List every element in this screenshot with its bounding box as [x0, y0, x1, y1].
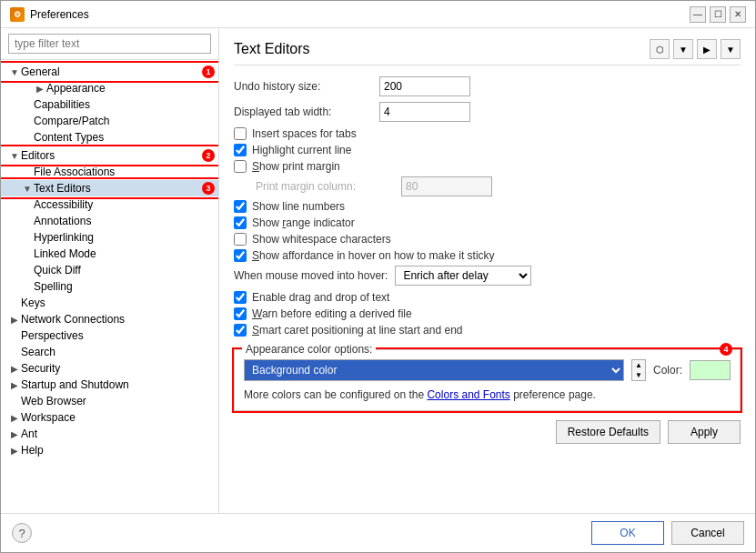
tree-label-capabilities: Capabilities [34, 98, 215, 111]
tree-item-annotations[interactable]: Annotations [1, 213, 218, 229]
tree-item-capabilities[interactable]: Capabilities [1, 96, 218, 113]
tree-item-file-associations[interactable]: File Associations [1, 164, 218, 180]
tree-label-general: General [21, 65, 198, 78]
warn-derived-label: Warn before editing a derived file [252, 307, 412, 320]
tree-item-search[interactable]: Search [1, 344, 218, 360]
tree-label-hyperlinking: Hyperlinking [34, 231, 215, 244]
spin-up-button[interactable]: ▲ [632, 360, 645, 370]
tree-item-text-editors[interactable]: ▼ Text Editors 3 [1, 180, 218, 196]
show-whitespace-label: Show whitespace characters [252, 233, 391, 246]
appearance-select-row: Background color Foreground color Select… [244, 359, 731, 381]
spin-down-button[interactable]: ▼ [632, 370, 645, 380]
tree-item-security[interactable]: ▶ Security [1, 360, 218, 377]
panel-header: Text Editors ⬡ ▼ ▶ ▼ [234, 39, 741, 65]
more-colors-suffix: preference page. [510, 388, 596, 401]
minimize-button[interactable]: — [690, 6, 706, 23]
tree-item-content-types[interactable]: Content Types [1, 129, 218, 146]
left-panel: ▼ General 1 ▶ Appearance Capabilities Co… [1, 28, 219, 513]
tree-item-compare-patch[interactable]: Compare/Patch [1, 113, 218, 129]
tree-item-linked-mode[interactable]: Linked Mode [1, 246, 218, 262]
tree-label-content-types: Content Types [34, 131, 215, 144]
show-whitespace-checkbox[interactable] [234, 233, 247, 246]
tree-item-network-connections[interactable]: ▶ Network Connections [1, 311, 218, 327]
insert-spaces-checkbox[interactable] [234, 127, 247, 140]
tree-item-hyperlinking[interactable]: Hyperlinking [1, 229, 218, 246]
tree-item-startup-shutdown[interactable]: ▶ Startup and Shutdown [1, 377, 218, 393]
hover-select[interactable]: Enrich after delay Enrich immediately Ne… [395, 266, 531, 286]
print-margin-column-label: Print margin column: [256, 180, 401, 193]
show-print-margin-checkbox[interactable] [234, 160, 247, 173]
tree-item-ant[interactable]: ▶ Ant [1, 426, 218, 442]
expand-icon: ▶ [8, 429, 21, 439]
expand-icon: ▼ [8, 151, 21, 161]
ok-button[interactable]: OK [591, 521, 664, 545]
nav-forward-button[interactable]: ▶ [697, 39, 717, 59]
tree-label-file-associations: File Associations [34, 166, 215, 178]
enable-drag-drop-label: Enable drag and drop of text [252, 291, 389, 304]
restore-defaults-button[interactable]: Restore Defaults [556, 420, 660, 444]
tree-label-search: Search [21, 346, 215, 358]
help-button[interactable]: ? [12, 523, 32, 543]
undo-input[interactable] [379, 76, 470, 96]
tree-item-editors[interactable]: ▼ Editors 2 [1, 147, 218, 164]
tree-item-accessibility[interactable]: Accessibility [1, 196, 218, 213]
bottom-right: OK Cancel [591, 521, 744, 545]
title-bar-left: ⚙ Preferences [10, 7, 89, 22]
colors-and-fonts-link[interactable]: Colors and Fonts [427, 388, 509, 401]
tree-item-quick-diff[interactable]: Quick Diff [1, 262, 218, 278]
expand-icon: ▼ [21, 184, 34, 194]
nav-back-button[interactable]: ⬡ [650, 39, 670, 59]
smart-caret-row: Smart caret positioning at line start an… [234, 324, 741, 337]
hover-label: When mouse moved into hover: [234, 269, 388, 282]
more-colors-text: More colors can be configured on the Col… [244, 388, 731, 401]
tree-item-web-browser[interactable]: Web Browser [1, 393, 218, 409]
warn-derived-checkbox[interactable] [234, 307, 247, 320]
highlight-line-checkbox[interactable] [234, 144, 247, 156]
tree-item-general[interactable]: ▼ General 1 [1, 64, 218, 80]
tree-label-perspectives: Perspectives [21, 329, 215, 342]
show-affordance-checkbox[interactable] [234, 249, 247, 262]
panel-title: Text Editors [234, 41, 310, 57]
close-button[interactable]: ✕ [730, 6, 746, 23]
badge-1: 1 [202, 65, 215, 78]
enable-drag-drop-checkbox[interactable] [234, 291, 247, 304]
tree-label-appearance: Appearance [46, 82, 215, 95]
tree-item-spelling[interactable]: Spelling [1, 278, 218, 295]
show-affordance-label: Show affordance in hover on how to make … [252, 249, 495, 262]
apply-button[interactable]: Apply [668, 420, 741, 444]
search-input[interactable] [8, 34, 211, 54]
app-icon: ⚙ [10, 7, 25, 22]
tree-label-workspace: Workspace [21, 411, 215, 424]
warn-derived-row: Warn before editing a derived file [234, 307, 741, 320]
tree-item-workspace[interactable]: ▶ Workspace [1, 409, 218, 426]
show-line-numbers-row: Show line numbers [234, 200, 741, 213]
print-margin-column-input[interactable] [401, 176, 492, 196]
show-line-numbers-checkbox[interactable] [234, 200, 247, 213]
show-range-indicator-checkbox[interactable] [234, 216, 247, 229]
window-controls: — ☐ ✕ [690, 6, 746, 23]
tree-label-compare-patch: Compare/Patch [34, 115, 215, 127]
cancel-button[interactable]: Cancel [671, 521, 744, 545]
appearance-select[interactable]: Background color Foreground color Select… [244, 359, 624, 381]
tab-width-input[interactable] [379, 102, 470, 122]
show-line-numbers-label: Show line numbers [252, 200, 345, 213]
bottom-left: ? [12, 523, 32, 543]
smart-caret-checkbox[interactable] [234, 324, 247, 337]
tree-item-keys[interactable]: Keys [1, 295, 218, 311]
spin-buttons: ▲ ▼ [631, 359, 646, 381]
tree-item-perspectives[interactable]: Perspectives [1, 327, 218, 344]
color-swatch[interactable] [690, 360, 731, 380]
tree-item-help[interactable]: ▶ Help [1, 442, 218, 458]
show-whitespace-row: Show whitespace characters [234, 233, 741, 246]
tree-item-appearance[interactable]: ▶ Appearance [1, 80, 218, 96]
right-panel: Text Editors ⬡ ▼ ▶ ▼ Undo history size: … [219, 28, 755, 513]
badge-4: 4 [720, 343, 732, 356]
nav-dropdown-button[interactable]: ▼ [673, 39, 693, 59]
highlight-line-label: Highlight current line [252, 144, 351, 156]
tree-label-text-editors: Text Editors [34, 182, 198, 195]
nav-more-button[interactable]: ▼ [721, 39, 741, 59]
undo-row: Undo history size: [234, 76, 741, 96]
show-range-indicator-row: Show range indicator [234, 216, 741, 229]
maximize-button[interactable]: ☐ [710, 6, 726, 23]
panel-action-buttons: Restore Defaults Apply [234, 420, 741, 444]
